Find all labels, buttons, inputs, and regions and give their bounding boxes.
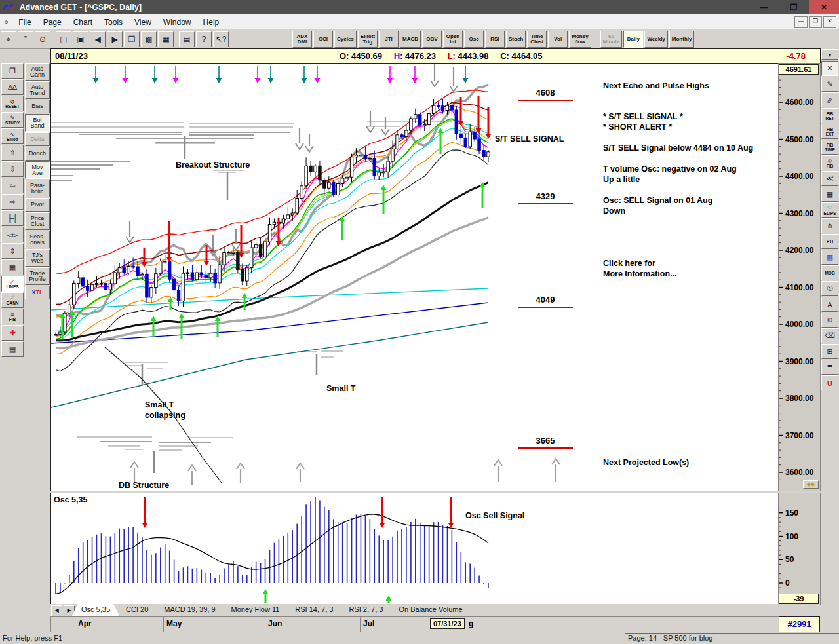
copy-page-icon[interactable]: ❐ xyxy=(124,31,140,47)
timeframe-60[interactable]: 60 Minute xyxy=(600,31,623,48)
menu-chart[interactable]: Chart xyxy=(68,16,98,29)
study-delta[interactable]: Delta xyxy=(25,132,50,146)
menu-window[interactable]: Window xyxy=(157,16,197,29)
price-chart-pane[interactable]: 4608432940493665Breakout StructureS/T SE… xyxy=(50,63,779,491)
back-page-icon[interactable]: ◀ xyxy=(90,31,106,47)
forward-page-icon[interactable]: ▶ xyxy=(107,31,123,47)
tab-osc-5-35[interactable]: Osc 5,35 xyxy=(71,604,120,616)
zoom-tool-icon[interactable]: ⊙ xyxy=(35,31,50,47)
trendlines-icon[interactable]: ∕∕∕ xyxy=(821,92,838,107)
pencil-icon[interactable]: ✎ xyxy=(821,77,838,92)
delete-tool-icon[interactable]: ✕ xyxy=(821,61,838,76)
ellipse-icon[interactable]: ⬭ELIPS xyxy=(821,202,838,218)
tab-macd-19-39-9[interactable]: MACD 19, 39, 9 xyxy=(154,604,225,616)
properties-icon[interactable]: ▤ xyxy=(1,341,24,357)
arrow-left-icon[interactable]: ⇦ xyxy=(1,178,24,193)
oscillator-axis[interactable]: 150100500 xyxy=(778,493,821,605)
toolbar-study-cci[interactable]: CCI xyxy=(313,31,333,48)
context-help-icon[interactable]: ↖? xyxy=(213,31,229,47)
oscillator-pane[interactable]: Osc 5,35Osc Sell Signal xyxy=(50,493,779,605)
toolbar-study-elliott[interactable]: Elliott Trig xyxy=(358,31,378,48)
fib-icon[interactable]: ≡FIB xyxy=(1,309,24,324)
menu-tools[interactable]: Tools xyxy=(98,16,128,29)
menu-view[interactable]: View xyxy=(128,16,157,29)
print-icon[interactable]: ▤ xyxy=(179,31,195,47)
grid-tool-icon[interactable]: ▦ xyxy=(821,187,838,202)
tile-windows-icon[interactable]: ▦ xyxy=(158,31,174,47)
study-icon[interactable]: ✎STUDY xyxy=(1,112,24,128)
elliott-icon[interactable]: ∿Elliott xyxy=(1,128,24,144)
study-xtl[interactable]: XTL xyxy=(25,286,50,299)
magnet-icon[interactable]: U xyxy=(821,375,838,390)
study-auto-trend[interactable]: AutoTrend xyxy=(25,81,50,99)
toolbar-study-rsi[interactable]: RSI xyxy=(485,31,505,48)
mdi-minimize-button[interactable]: — xyxy=(794,16,808,28)
timeframe-monthly[interactable]: Monthly xyxy=(669,31,695,48)
restore-button[interactable]: ❐ xyxy=(779,0,809,14)
arrow-down-icon[interactable]: ⇩ xyxy=(1,161,24,177)
fib-extension-icon[interactable]: FIB EXT xyxy=(821,124,838,139)
notes-icon[interactable]: ≣ xyxy=(821,360,838,375)
gann-icon[interactable]: ⟋GANN xyxy=(1,292,24,308)
mob-icon[interactable]: MOB xyxy=(821,265,838,280)
price-axis[interactable]: 4600.004500.004400.004300.004200.004100.… xyxy=(778,63,821,491)
study-donch[interactable]: Donch xyxy=(25,147,50,161)
menu-file[interactable]: File xyxy=(12,16,37,29)
bar-spacing-icon[interactable]: ╟╢ xyxy=(1,210,24,226)
study-auto-gann[interactable]: AutoGann xyxy=(25,63,50,81)
toolbar-study-macd[interactable]: MACD xyxy=(400,31,421,48)
study-seas-onals[interactable]: Seas-onals xyxy=(25,231,50,248)
pin-icon[interactable]: ⌖ xyxy=(1,31,16,47)
study-para-bolic[interactable]: Para-bolic xyxy=(25,180,50,197)
grid-icon[interactable]: ▦ xyxy=(1,259,24,275)
symbol-scales-icon[interactable]: ∆∆ xyxy=(1,79,24,95)
scale-tool-icon[interactable]: ◈◈ xyxy=(803,480,819,489)
minimize-button[interactable]: — xyxy=(749,0,779,14)
toolbar-study-time[interactable]: Time Clust xyxy=(527,31,547,48)
tab-rsi-14-7-3[interactable]: RSI 14, 7, 3 xyxy=(285,604,343,616)
toolbar-study-vol[interactable]: Vol xyxy=(548,31,568,48)
collapse-strip-button[interactable]: ▾ xyxy=(821,49,838,60)
timeframe-daily[interactable]: Daily xyxy=(623,31,643,48)
timeframe-weekly[interactable]: Weekly xyxy=(644,31,667,48)
toolbar-study-osc[interactable]: Osc xyxy=(464,31,484,48)
lines-icon[interactable]: ∕∕LINES xyxy=(1,276,24,292)
new-chart-icon[interactable]: ▢ xyxy=(56,31,71,47)
study-price-clust[interactable]: PriceClust xyxy=(25,212,50,230)
pti-icon[interactable]: PTI xyxy=(821,234,838,249)
fib-retracement-icon[interactable]: FIB RET xyxy=(821,108,838,123)
quote-icon[interactable]: ” xyxy=(18,31,33,47)
arrow-up-icon[interactable]: ⇧ xyxy=(1,145,24,161)
study-tj-s-web[interactable]: TJ'sWeb xyxy=(25,249,50,267)
tab-money-flow-11[interactable]: Money Flow 11 xyxy=(222,604,290,616)
study-bol-band[interactable]: BolBand xyxy=(25,114,50,132)
fib-time-icon[interactable]: FIB TIME xyxy=(821,140,838,155)
tab-rsi-2-7-3[interactable]: RSI 2, 7, 3 xyxy=(339,604,393,616)
h-scale-icon[interactable]: ◅▻ xyxy=(1,227,24,242)
toolbar-study-stoch[interactable]: Stoch xyxy=(506,31,526,48)
toolbar-study-open[interactable]: Open Int xyxy=(443,31,463,48)
toolbar-study-cycles[interactable]: Cycles xyxy=(334,31,357,48)
study-trade-profile[interactable]: TradeProfile xyxy=(25,267,50,285)
toolbar-study-obv[interactable]: OBV xyxy=(422,31,442,48)
toolbar-study-money[interactable]: Money flow xyxy=(569,31,591,48)
crosshair-icon[interactable]: ✚ xyxy=(1,325,24,341)
last-bar-date-box[interactable]: 07/31/23 xyxy=(430,618,465,629)
info-search-icon[interactable]: ① xyxy=(821,281,838,296)
toolbar-study-jti[interactable]: JTI xyxy=(379,31,399,48)
tab-cci-20[interactable]: CCI 20 xyxy=(116,604,158,616)
study-pivot[interactable]: Pivot xyxy=(25,198,50,212)
tabs-scroll-left[interactable]: ◀ xyxy=(51,605,62,616)
expand-icon[interactable]: ⊞ xyxy=(821,344,838,359)
arrow-right-icon[interactable]: ⇨ xyxy=(1,194,24,210)
toolbar-study-adx[interactable]: ADX DMI xyxy=(292,31,312,48)
menu-page[interactable]: Page xyxy=(37,16,68,29)
mdi-close-button[interactable]: ✕ xyxy=(823,16,836,28)
grid-disabled-icon[interactable]: ▩ xyxy=(141,31,157,47)
fan-lines-icon[interactable]: ≪ xyxy=(821,171,838,186)
study-mov-ave[interactable]: MovAve xyxy=(25,161,50,179)
reset-icon[interactable]: ↺RESET xyxy=(1,96,24,111)
study-bias[interactable]: Bias xyxy=(25,100,50,113)
fib-circle-icon[interactable]: ◎FIB xyxy=(821,155,838,170)
close-button[interactable]: ✕ xyxy=(809,0,839,14)
